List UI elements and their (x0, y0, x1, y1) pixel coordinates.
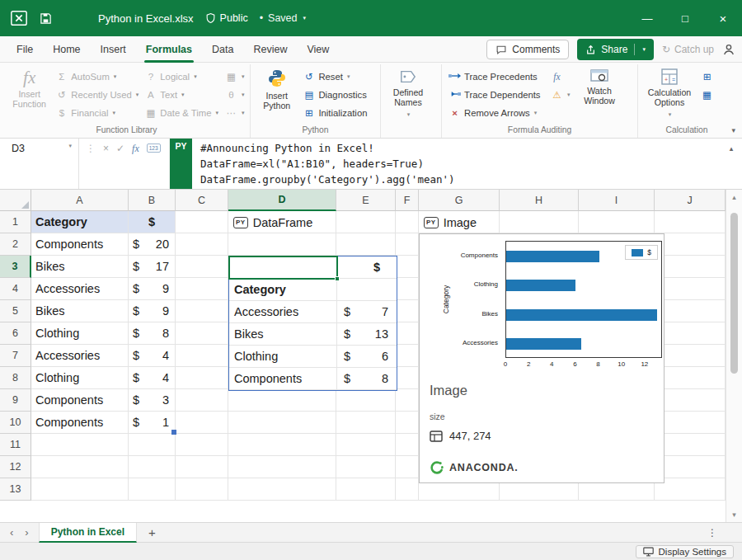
cell-B1[interactable]: $ (129, 211, 176, 233)
cell-D10[interactable] (228, 412, 336, 434)
cell-D13[interactable] (228, 478, 336, 501)
cell-d1-py-label[interactable]: PY DataFrame (233, 211, 312, 233)
cell-B6[interactable]: $8 (129, 322, 176, 345)
comments-button[interactable]: Comments (486, 40, 569, 59)
splitter-icon[interactable]: ⋮ (86, 143, 96, 154)
insert-python-button[interactable]: Insert Python (255, 65, 298, 125)
sensitivity-badge[interactable]: Public (205, 12, 248, 24)
cell-J10[interactable] (655, 412, 726, 434)
row-header-11[interactable]: 11 (0, 434, 31, 456)
row-header-3[interactable]: 3 (0, 256, 31, 278)
cell-D12[interactable] (228, 456, 336, 478)
select-all-corner[interactable] (0, 190, 31, 211)
cell-F8[interactable] (396, 367, 419, 389)
vertical-scrollbar[interactable]: ▴ ▾ (726, 190, 742, 522)
row-header-2[interactable]: 2 (0, 233, 31, 256)
sheet-options-icon[interactable]: ⋮ (707, 527, 717, 539)
sheet-scroll-left-icon[interactable]: ‹ (10, 526, 13, 539)
cell-F10[interactable] (396, 412, 419, 434)
cell-F9[interactable] (396, 389, 419, 412)
diagnostics-button[interactable]: ▤Diagnostics (300, 86, 376, 104)
cell-C13[interactable] (176, 478, 228, 501)
collapse-formula-bar-icon[interactable]: ▴ (721, 139, 742, 189)
cell-J6[interactable] (655, 322, 726, 345)
row-header-6[interactable]: 6 (0, 322, 31, 345)
cell-J1[interactable] (655, 211, 726, 233)
row-header-9[interactable]: 9 (0, 389, 31, 412)
reset-button[interactable]: ↺Reset▾ (300, 68, 376, 86)
insert-function-icon[interactable]: fx (132, 143, 139, 155)
cell-C9[interactable] (176, 389, 228, 412)
df-value-cell[interactable]: $8 (337, 368, 397, 390)
recently-used-button[interactable]: ↺Recently Used▾ (53, 86, 140, 104)
ribbon-tab-insert[interactable]: Insert (91, 36, 136, 63)
column-header-A[interactable]: A (31, 190, 129, 211)
cell-F4[interactable] (396, 278, 419, 300)
column-header-F[interactable]: F (396, 190, 419, 211)
df-value-cell[interactable]: $13 (337, 323, 397, 346)
formula-input[interactable]: #Announcing Python in Excel!DataFrame=xl… (192, 139, 721, 189)
column-header-J[interactable]: J (655, 190, 726, 211)
cell-C4[interactable] (176, 278, 228, 300)
show-formulas-button[interactable]: fx (548, 68, 573, 86)
cell-B10[interactable]: $1 (129, 412, 176, 434)
cell-I1[interactable] (579, 211, 655, 233)
row-header-12[interactable]: 12 (0, 456, 31, 478)
cell-J5[interactable] (655, 300, 726, 322)
add-sheet-button[interactable]: + (148, 525, 156, 539)
cancel-icon[interactable]: × (103, 143, 109, 154)
column-header-E[interactable]: E (336, 190, 396, 211)
scrollbar-thumb[interactable] (730, 213, 738, 374)
value-preview-icon[interactable]: 123 (147, 144, 161, 153)
df-value-header[interactable]: $ (337, 256, 397, 279)
cell-A12[interactable] (31, 456, 129, 478)
row-header-7[interactable]: 7 (0, 345, 31, 367)
column-header-I[interactable]: I (579, 190, 655, 211)
cell-J2[interactable] (655, 233, 726, 256)
share-button[interactable]: Share ▾ (577, 39, 654, 60)
cell-C8[interactable] (176, 367, 228, 389)
column-header-B[interactable]: B (129, 190, 176, 211)
row-header-5[interactable]: 5 (0, 300, 31, 322)
cell-A5[interactable]: Bikes (31, 300, 129, 322)
cell-B7[interactable]: $4 (129, 345, 176, 367)
date-time-button[interactable]: ▦Date & Time▾ (142, 104, 221, 122)
column-header-H[interactable]: H (500, 190, 579, 211)
trace-precedents-button[interactable]: Trace Precedents (446, 68, 547, 86)
cell-A3[interactable]: Bikes (31, 256, 129, 278)
maximize-button[interactable]: □ (666, 0, 704, 36)
remove-arrows-button[interactable]: × Remove Arrows ▾ (446, 104, 547, 122)
cell-E12[interactable] (336, 456, 396, 478)
enter-icon[interactable]: ✓ (116, 143, 124, 154)
cell-D2[interactable] (228, 233, 336, 256)
ribbon-tab-file[interactable]: File (7, 36, 43, 63)
cell-D11[interactable] (228, 434, 336, 456)
close-button[interactable]: × (704, 0, 742, 36)
cell-A2[interactable]: Components (31, 233, 129, 256)
df-value-cell[interactable]: $6 (337, 346, 397, 368)
defined-names-button[interactable]: Defined Names ▾ (385, 65, 431, 125)
cell-J3[interactable] (655, 256, 726, 278)
cell-C5[interactable] (176, 300, 228, 322)
active-cell-border[interactable] (228, 256, 338, 280)
cell-J7[interactable] (655, 345, 726, 367)
column-header-G[interactable]: G (419, 190, 500, 211)
display-settings-button[interactable]: Display Settings (636, 545, 734, 558)
cell-D9[interactable] (228, 389, 336, 412)
cell-J12[interactable] (655, 456, 726, 478)
cell-F11[interactable] (396, 434, 419, 456)
financial-button[interactable]: $Financial▾ (53, 104, 140, 122)
cell-A1[interactable]: Category (31, 211, 129, 233)
ribbon-tab-view[interactable]: View (297, 36, 339, 63)
cell-C7[interactable] (176, 345, 228, 367)
cell-A7[interactable]: Accessories (31, 345, 129, 367)
calculate-now-button[interactable]: ⊞ (698, 68, 721, 86)
cell-F7[interactable] (396, 345, 419, 367)
row-header-4[interactable]: 4 (0, 278, 31, 300)
cell-A11[interactable] (31, 434, 129, 456)
text-button[interactable]: AText▾ (142, 86, 221, 104)
initialization-button[interactable]: ⊞Initialization (300, 104, 376, 122)
cell-E2[interactable] (336, 233, 396, 256)
df-value-cell[interactable]: $7 (337, 301, 397, 323)
cell-J4[interactable] (655, 278, 726, 300)
